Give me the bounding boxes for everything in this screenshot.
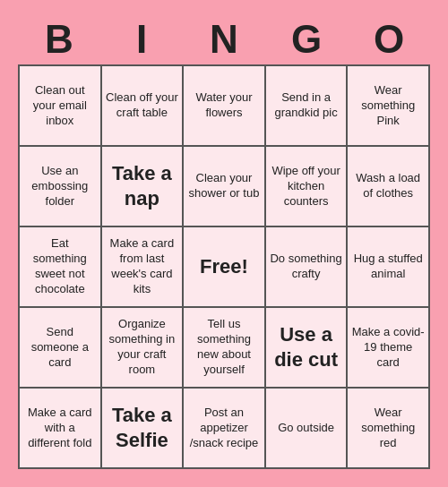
bingo-cell-16[interactable]: Organize something in your craft room (102, 308, 185, 389)
bingo-cell-17[interactable]: Tell us something new about yourself (184, 308, 266, 389)
bingo-cell-10[interactable]: Eat something sweet not chocolate (20, 227, 102, 308)
bingo-cell-22[interactable]: Post an appetizer /snack recipe (184, 389, 266, 469)
bingo-header: BINGO (18, 18, 430, 61)
bingo-cell-11[interactable]: Make a card from last week's card kits (102, 227, 185, 308)
header-letter-N: N (183, 18, 265, 61)
bingo-grid: Clean out your email inboxClean off your… (18, 64, 430, 469)
bingo-cell-2[interactable]: Water your flowers (184, 66, 266, 147)
bingo-cell-13[interactable]: Do something crafty (266, 227, 349, 308)
bingo-cell-23[interactable]: Go outside (266, 389, 349, 469)
header-letter-O: O (348, 18, 430, 61)
bingo-cell-3[interactable]: Send in a grandkid pic (266, 66, 349, 147)
bingo-cell-9[interactable]: Wash a load of clothes (348, 147, 430, 227)
bingo-cell-24[interactable]: Wear something red (348, 389, 430, 469)
header-letter-G: G (265, 18, 348, 61)
bingo-cell-4[interactable]: Wear something Pink (348, 66, 430, 147)
bingo-cell-0[interactable]: Clean out your email inbox (20, 66, 102, 147)
bingo-cell-19[interactable]: Make a covid-19 theme card (348, 308, 430, 389)
bingo-cell-20[interactable]: Make a card with a different fold (20, 389, 102, 469)
bingo-cell-21[interactable]: Take a Selfie (102, 389, 185, 469)
bingo-cell-1[interactable]: Clean off your craft table (102, 66, 185, 147)
header-letter-B: B (18, 18, 100, 61)
bingo-cell-8[interactable]: Wipe off your kitchen counters (266, 147, 349, 227)
bingo-cell-6[interactable]: Take a nap (102, 147, 185, 227)
bingo-cell-14[interactable]: Hug a stuffed animal (348, 227, 430, 308)
bingo-cell-15[interactable]: Send someone a card (20, 308, 102, 389)
bingo-cell-12[interactable]: Free! (184, 227, 266, 308)
bingo-cell-7[interactable]: Clean your shower or tub (184, 147, 266, 227)
header-letter-I: I (100, 18, 183, 61)
bingo-card: BINGO Clean out your email inboxClean of… (9, 9, 439, 478)
bingo-cell-5[interactable]: Use an embossing folder (20, 147, 102, 227)
bingo-cell-18[interactable]: Use a die cut (266, 308, 349, 389)
